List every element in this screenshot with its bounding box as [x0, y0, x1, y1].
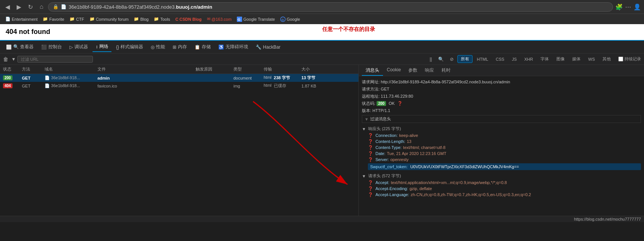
persist-section: 持续记录 — [618, 56, 641, 62]
domain-2: 📄 36e1b8bf-918... — [45, 83, 97, 88]
filter-ws[interactable]: WS — [585, 56, 598, 62]
details-tab-params[interactable]: 参数 — [405, 65, 421, 76]
header-content-length: ❓ Content-Length: 13 — [362, 139, 641, 144]
address-text: 36e1b8bf-9189-42a4-8b8a-9572af349cd2.nod… — [69, 4, 608, 10]
browser-right-controls: 🧩 ⋯ 👤 — [615, 3, 641, 11]
detail-addr-text: 远程地址: 111.73.46.229:80 — [362, 94, 413, 98]
devtools: ⬜ 🔍 查看器 ⬛ 控制台 ▷ 调试器 ↕ 网络 {} 样式编辑器 ◎ 性能 ⊞… — [0, 40, 644, 222]
details-tab-cookie[interactable]: Cookie — [383, 65, 405, 76]
file-admin: admin — [97, 76, 196, 80]
header-date: ❓ Date: Tue, 21 Apr 2020 12:23:16 GMT — [362, 151, 641, 156]
filter-html[interactable]: HTML — [474, 56, 491, 62]
filter-css[interactable]: CSS — [493, 56, 508, 62]
bottom-status-bar: https://blog.csdn.net/mochu7777777 — [0, 216, 644, 222]
tab-debugger[interactable]: ▷ 调试器 — [66, 42, 91, 52]
bookmark-community[interactable]: 📁 Community forum — [87, 16, 131, 22]
network-list: 状态 方法 域名 文件 触发原因 类型 传输 大小 200 GET 📄 36e1… — [0, 65, 359, 216]
bookmark-bar: 📄 Entertainment 📁 Favorite 📁 CTF 📁 Commu… — [0, 14, 644, 24]
network-secondary-toolbar: 🗑 ▼ || 🔍 ⊘ 所有 HTML CSS JS XHR 字体 图像 媒体 W… — [0, 54, 644, 65]
bookmark-entertainment[interactable]: 📄 Entertainment — [3, 16, 40, 22]
bookmark-google[interactable]: G Google — [278, 16, 302, 23]
back-button[interactable]: ◀ — [3, 3, 12, 11]
bookmark-tools[interactable]: 📁 Tools — [151, 16, 172, 22]
search-icon[interactable]: 🔍 — [436, 56, 446, 63]
tab-performance[interactable]: ◎ 性能 — [148, 42, 168, 52]
tab-network[interactable]: ↕ 网络 — [93, 42, 111, 52]
filter-image[interactable]: 图像 — [553, 55, 568, 63]
filter-font[interactable]: 字体 — [537, 55, 552, 63]
persist-checkbox[interactable] — [618, 57, 623, 61]
method-get-2: GET — [22, 84, 45, 88]
bookmark-favorite[interactable]: 📁 Favorite — [40, 16, 66, 22]
network-row-favicon[interactable]: 404 GET 📄 36e1b8bf-918... favicon.ico im… — [0, 82, 358, 90]
header-filter-section: ▼ 过滤消息头 — [362, 115, 641, 123]
help-icon-5: ❓ — [368, 157, 373, 162]
filter-type-toolbar: || 🔍 ⊘ 所有 HTML CSS JS XHR 字体 图像 媒体 WS 其他… — [427, 55, 641, 63]
network-column-headers: 状态 方法 域名 文件 触发原因 类型 传输 大小 — [0, 65, 358, 74]
url-filter-input[interactable] — [17, 56, 93, 63]
csrf-token-value: U0VDUkVUX0tFWTprZXlcXF3d3dlZWUhQCMkJV4mK… — [410, 164, 519, 169]
transfer-type-1: html 238 字节 — [264, 75, 301, 81]
filter-media[interactable]: 媒体 — [569, 55, 584, 63]
filter-icon: ▼ — [11, 57, 16, 62]
detail-remote-addr: 远程地址: 111.73.46.229:80 — [362, 94, 641, 99]
status-badge-200: 200 — [3, 75, 12, 80]
address-bar[interactable]: 🔒 📄 36e1b8bf-9189-42a4-8b8a-9572af349cd2… — [48, 2, 613, 12]
response-headers-section[interactable]: ▼ 响应头 (225 字节) — [362, 126, 641, 132]
status-badge-404: 404 — [3, 83, 12, 88]
refresh-button[interactable]: ↻ — [26, 3, 35, 11]
bookmark-translate[interactable]: G Google Translate — [235, 16, 277, 23]
status-help-icon: ❓ — [397, 101, 403, 106]
menu-icon[interactable]: ⋯ — [625, 3, 631, 11]
request-headers-section[interactable]: ▼ 请求头 (572 字节) — [362, 173, 641, 179]
detail-method-text: 请求方法: GET — [362, 87, 389, 91]
browser-chrome: ◀ ▶ ↻ ⌂ 🔒 📄 36e1b8bf-9189-42a4-8b8a-9572… — [0, 0, 644, 24]
network-row-admin[interactable]: 200 GET 📄 36e1b8bf-918... admin document… — [0, 74, 358, 82]
bookmark-csdn[interactable]: C CSDN Blog — [173, 16, 204, 22]
details-tab-response[interactable]: 响应 — [421, 65, 438, 76]
details-tab-timing[interactable]: 耗时 — [438, 65, 454, 76]
bookmark-ctf[interactable]: 📁 CTF — [67, 16, 86, 22]
block-icon[interactable]: ⊘ — [448, 56, 456, 63]
svg-text:G: G — [281, 18, 284, 21]
method-get-1: GET — [22, 76, 45, 80]
tab-console[interactable]: ⬛ 控制台 — [38, 42, 65, 52]
user-icon[interactable]: 👤 — [633, 3, 641, 11]
trash-icon[interactable]: 🗑 — [3, 56, 8, 62]
filter-xhr[interactable]: XHR — [521, 56, 536, 62]
filter-js[interactable]: JS — [509, 56, 520, 62]
details-tab-headers[interactable]: 消息头 — [362, 65, 383, 76]
header-csrf-token[interactable]: Swpuctf_csrf_token: U0VDUkVUX0tFWTprZXlc… — [368, 163, 641, 170]
details-tabs: 消息头 Cookie 参数 响应 耗时 — [359, 65, 644, 76]
pause-icon[interactable]: || — [427, 56, 434, 63]
col-header-type: 类型 — [233, 66, 264, 72]
tab-inspector[interactable]: ⬜ 🔍 查看器 — [3, 42, 37, 52]
tab-storage[interactable]: 📋 存储 — [192, 42, 214, 52]
nav-bar: ◀ ▶ ↻ ⌂ 🔒 📄 36e1b8bf-9189-42a4-8b8a-9572… — [0, 0, 644, 14]
col-header-file: 文件 — [97, 66, 196, 72]
extensions-icon[interactable]: 🧩 — [615, 3, 623, 11]
header-content-type: ❓ Content-Type: text/html; charset=utf-8 — [362, 145, 641, 150]
req-header-language: ❓ Accept-Language: zh-CN,zh;q=0.8,zh-TW;… — [362, 192, 641, 197]
detail-version: 版本: HTTP/1.1 — [362, 108, 641, 114]
tab-style-editor[interactable]: {} 样式编辑器 — [113, 42, 146, 52]
bookmark-163[interactable]: ✉ @163.com — [205, 16, 234, 22]
status-code-label: 状态码: — [362, 101, 375, 106]
help-icon-req-3: ❓ — [368, 192, 373, 197]
tab-hackbar[interactable]: 🔧 HackBar — [253, 43, 283, 51]
page-annotation: 任意一个不存在的目录 — [322, 26, 375, 33]
filter-all[interactable]: 所有 — [457, 55, 473, 63]
forward-button[interactable]: ▶ — [14, 3, 23, 11]
request-section-label: 请求头 (572 字节) — [368, 173, 401, 179]
home-button[interactable]: ⌂ — [37, 3, 46, 11]
help-icon-1: ❓ — [368, 133, 373, 138]
help-icon-req-1: ❓ — [368, 180, 373, 185]
tab-memory[interactable]: ⊞ 内存 — [170, 42, 190, 52]
detail-request-url: 请求网址: http://36e1b8bf-9189-42a4-8b8a-957… — [362, 79, 641, 85]
size-2: 1.87 KB — [301, 84, 332, 88]
file-favicon: favicon.ico — [97, 84, 196, 88]
bookmark-blog[interactable]: 📁 Blog — [131, 16, 151, 22]
tab-accessibility[interactable]: ♿ 无障碍环境 — [215, 42, 251, 52]
status-url: https://blog.csdn.net/mochu7777777 — [574, 217, 641, 221]
filter-other[interactable]: 其他 — [599, 55, 614, 63]
